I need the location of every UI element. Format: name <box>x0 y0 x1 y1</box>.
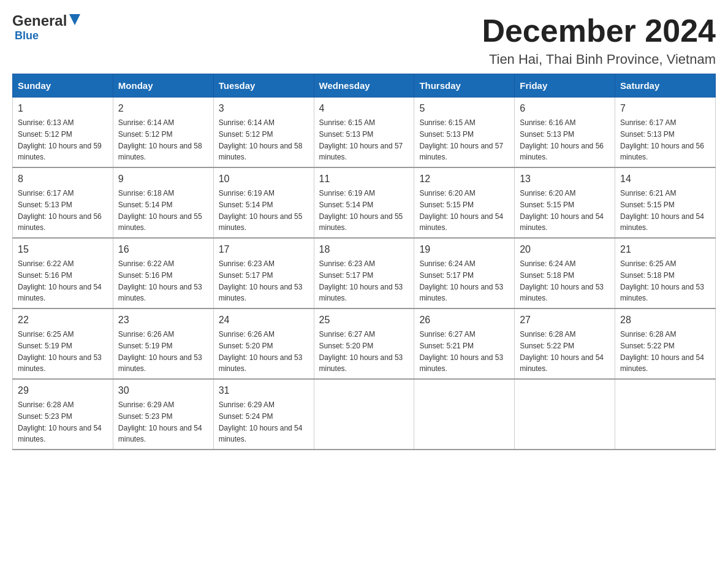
calendar-cell: 1Sunrise: 6:13 AMSunset: 5:12 PMDaylight… <box>13 98 113 168</box>
day-number: 31 <box>219 383 309 398</box>
calendar-cell: 18Sunrise: 6:23 AMSunset: 5:17 PMDayligh… <box>314 238 414 308</box>
calendar-table: SundayMondayTuesdayWednesdayThursdayFrid… <box>12 74 716 450</box>
calendar-cell: 24Sunrise: 6:26 AMSunset: 5:20 PMDayligh… <box>213 308 314 379</box>
day-info: Sunrise: 6:25 AMSunset: 5:19 PMDaylight:… <box>18 330 102 373</box>
day-number: 2 <box>118 101 208 116</box>
weekday-header-friday: Friday <box>515 74 615 98</box>
day-number: 4 <box>319 101 409 116</box>
calendar-cell: 14Sunrise: 6:21 AMSunset: 5:15 PMDayligh… <box>615 167 716 238</box>
day-number: 25 <box>319 313 409 327</box>
calendar-cell: 23Sunrise: 6:26 AMSunset: 5:19 PMDayligh… <box>113 308 213 379</box>
day-info: Sunrise: 6:21 AMSunset: 5:15 PMDaylight:… <box>620 189 704 232</box>
day-number: 3 <box>219 101 309 116</box>
day-info: Sunrise: 6:15 AMSunset: 5:13 PMDaylight:… <box>319 118 403 161</box>
day-info: Sunrise: 6:28 AMSunset: 5:22 PMDaylight:… <box>520 330 604 373</box>
weekday-header-wednesday: Wednesday <box>314 74 414 98</box>
day-number: 19 <box>419 242 509 257</box>
calendar-cell: 11Sunrise: 6:19 AMSunset: 5:14 PMDayligh… <box>314 167 414 238</box>
day-info: Sunrise: 6:25 AMSunset: 5:18 PMDaylight:… <box>620 259 704 302</box>
logo-general-text: General <box>12 12 67 29</box>
calendar-cell: 4Sunrise: 6:15 AMSunset: 5:13 PMDaylight… <box>314 98 414 168</box>
calendar-cell: 12Sunrise: 6:20 AMSunset: 5:15 PMDayligh… <box>414 167 515 238</box>
day-info: Sunrise: 6:24 AMSunset: 5:17 PMDaylight:… <box>419 259 503 302</box>
calendar-cell: 10Sunrise: 6:19 AMSunset: 5:14 PMDayligh… <box>213 167 314 238</box>
calendar-cell: 3Sunrise: 6:14 AMSunset: 5:12 PMDaylight… <box>213 98 314 168</box>
weekday-header-thursday: Thursday <box>414 74 515 98</box>
day-info: Sunrise: 6:13 AMSunset: 5:12 PMDaylight:… <box>18 118 102 161</box>
day-info: Sunrise: 6:22 AMSunset: 5:16 PMDaylight:… <box>18 259 102 302</box>
day-number: 17 <box>219 242 309 257</box>
calendar-cell: 7Sunrise: 6:17 AMSunset: 5:13 PMDaylight… <box>615 98 716 168</box>
day-info: Sunrise: 6:27 AMSunset: 5:21 PMDaylight:… <box>419 330 503 373</box>
calendar-cell: 30Sunrise: 6:29 AMSunset: 5:23 PMDayligh… <box>113 379 213 450</box>
day-number: 9 <box>118 172 208 186</box>
logo: General Blue <box>12 12 80 42</box>
calendar-cell: 17Sunrise: 6:23 AMSunset: 5:17 PMDayligh… <box>213 238 314 308</box>
calendar-cell: 15Sunrise: 6:22 AMSunset: 5:16 PMDayligh… <box>13 238 113 308</box>
day-number: 14 <box>620 172 710 186</box>
day-info: Sunrise: 6:29 AMSunset: 5:23 PMDaylight:… <box>118 400 202 443</box>
day-number: 21 <box>620 242 710 257</box>
day-number: 12 <box>419 172 509 186</box>
day-info: Sunrise: 6:26 AMSunset: 5:19 PMDaylight:… <box>118 330 202 373</box>
day-number: 1 <box>18 101 108 116</box>
calendar-cell: 26Sunrise: 6:27 AMSunset: 5:21 PMDayligh… <box>414 308 515 379</box>
day-number: 18 <box>319 242 409 257</box>
calendar-cell: 16Sunrise: 6:22 AMSunset: 5:16 PMDayligh… <box>113 238 213 308</box>
day-info: Sunrise: 6:28 AMSunset: 5:23 PMDaylight:… <box>18 400 102 443</box>
day-info: Sunrise: 6:23 AMSunset: 5:17 PMDaylight:… <box>219 259 303 302</box>
calendar-cell: 22Sunrise: 6:25 AMSunset: 5:19 PMDayligh… <box>13 308 113 379</box>
calendar-cell: 19Sunrise: 6:24 AMSunset: 5:17 PMDayligh… <box>414 238 515 308</box>
calendar-cell: 2Sunrise: 6:14 AMSunset: 5:12 PMDaylight… <box>113 98 213 168</box>
calendar-cell: 21Sunrise: 6:25 AMSunset: 5:18 PMDayligh… <box>615 238 716 308</box>
day-number: 20 <box>520 242 610 257</box>
svg-marker-0 <box>69 14 80 25</box>
title-section: December 2024 Tien Hai, Thai Binh Provin… <box>482 12 716 67</box>
weekday-header-sunday: Sunday <box>13 74 113 98</box>
week-row-4: 22Sunrise: 6:25 AMSunset: 5:19 PMDayligh… <box>13 308 716 379</box>
day-number: 8 <box>18 172 108 186</box>
page-header: General Blue December 2024 Tien Hai, Tha… <box>12 12 716 67</box>
calendar-cell: 29Sunrise: 6:28 AMSunset: 5:23 PMDayligh… <box>13 379 113 450</box>
day-info: Sunrise: 6:19 AMSunset: 5:14 PMDaylight:… <box>219 189 303 232</box>
week-row-2: 8Sunrise: 6:17 AMSunset: 5:13 PMDaylight… <box>13 167 716 238</box>
calendar-cell: 13Sunrise: 6:20 AMSunset: 5:15 PMDayligh… <box>515 167 615 238</box>
day-info: Sunrise: 6:15 AMSunset: 5:13 PMDaylight:… <box>419 118 503 161</box>
day-number: 15 <box>18 242 108 257</box>
day-number: 28 <box>620 313 710 327</box>
calendar-cell <box>414 379 515 450</box>
calendar-cell <box>515 379 615 450</box>
day-info: Sunrise: 6:19 AMSunset: 5:14 PMDaylight:… <box>319 189 403 232</box>
calendar-cell: 25Sunrise: 6:27 AMSunset: 5:20 PMDayligh… <box>314 308 414 379</box>
calendar-cell: 28Sunrise: 6:28 AMSunset: 5:22 PMDayligh… <box>615 308 716 379</box>
calendar-cell: 6Sunrise: 6:16 AMSunset: 5:13 PMDaylight… <box>515 98 615 168</box>
calendar-cell: 9Sunrise: 6:18 AMSunset: 5:14 PMDaylight… <box>113 167 213 238</box>
day-info: Sunrise: 6:17 AMSunset: 5:13 PMDaylight:… <box>620 118 704 161</box>
day-number: 26 <box>419 313 509 327</box>
week-row-3: 15Sunrise: 6:22 AMSunset: 5:16 PMDayligh… <box>13 238 716 308</box>
calendar-cell <box>314 379 414 450</box>
calendar-cell: 20Sunrise: 6:24 AMSunset: 5:18 PMDayligh… <box>515 238 615 308</box>
month-title: December 2024 <box>482 12 716 49</box>
day-number: 16 <box>118 242 208 257</box>
day-number: 6 <box>520 101 610 116</box>
week-row-5: 29Sunrise: 6:28 AMSunset: 5:23 PMDayligh… <box>13 379 716 450</box>
day-info: Sunrise: 6:16 AMSunset: 5:13 PMDaylight:… <box>520 118 604 161</box>
day-info: Sunrise: 6:27 AMSunset: 5:20 PMDaylight:… <box>319 330 403 373</box>
location-title: Tien Hai, Thai Binh Province, Vietnam <box>482 52 716 67</box>
day-number: 22 <box>18 313 108 327</box>
calendar-cell: 5Sunrise: 6:15 AMSunset: 5:13 PMDaylight… <box>414 98 515 168</box>
weekday-header-row: SundayMondayTuesdayWednesdayThursdayFrid… <box>13 74 716 98</box>
day-info: Sunrise: 6:14 AMSunset: 5:12 PMDaylight:… <box>219 118 303 161</box>
week-row-1: 1Sunrise: 6:13 AMSunset: 5:12 PMDaylight… <box>13 98 716 168</box>
weekday-header-tuesday: Tuesday <box>213 74 314 98</box>
logo-triangle-icon <box>69 14 80 25</box>
day-info: Sunrise: 6:26 AMSunset: 5:20 PMDaylight:… <box>219 330 303 373</box>
day-info: Sunrise: 6:28 AMSunset: 5:22 PMDaylight:… <box>620 330 704 373</box>
day-info: Sunrise: 6:24 AMSunset: 5:18 PMDaylight:… <box>520 259 604 302</box>
day-info: Sunrise: 6:23 AMSunset: 5:17 PMDaylight:… <box>319 259 403 302</box>
day-info: Sunrise: 6:18 AMSunset: 5:14 PMDaylight:… <box>118 189 202 232</box>
day-info: Sunrise: 6:20 AMSunset: 5:15 PMDaylight:… <box>520 189 604 232</box>
day-number: 10 <box>219 172 309 186</box>
day-number: 29 <box>18 383 108 398</box>
